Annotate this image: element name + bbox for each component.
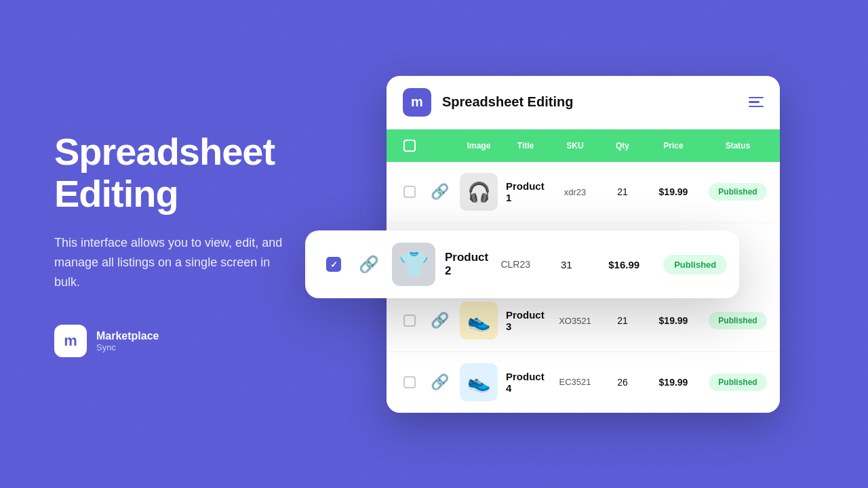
th-price: Price [643, 141, 704, 150]
floating-title-cell: Product 2 [441, 251, 488, 278]
brand-icon: m [54, 325, 87, 357]
row4-checkbox[interactable] [403, 376, 416, 388]
cell-checkbox[interactable] [395, 186, 425, 198]
floating-row: ✓ 🔗 👕 Product 2 CLR23 31 $16.99 [305, 230, 739, 298]
floating-image-cell: 👕 [387, 243, 441, 286]
cell-status: Published [704, 183, 772, 201]
brand-row: m Marketplace Sync [54, 325, 285, 357]
row2-checkbox[interactable]: ✓ [326, 257, 341, 272]
cell-image: 👟 [454, 302, 503, 340]
cell-link[interactable]: 🔗 [425, 373, 454, 391]
menu-line-1 [749, 97, 764, 99]
cell-qty: 21 [602, 186, 643, 197]
checkmark-icon: ✓ [330, 260, 338, 270]
right-panel: m Spreadsheet Editing Image Title SKU Qt [326, 49, 868, 440]
th-sku: SKU [548, 141, 602, 150]
cell-price: $19.99 [643, 377, 704, 388]
menu-line-2 [749, 101, 760, 103]
floating-link-cell[interactable]: 🔗 [351, 255, 387, 274]
floating-qty-cell: 31 [542, 259, 590, 270]
th-checkbox[interactable] [395, 140, 425, 152]
product-image-4: 👟 [460, 363, 498, 401]
page-wrapper: Spreadsheet Editing This interface allow… [0, 0, 868, 488]
table-row: 🔗 👟 Product 3 XO3521 21 $19.99 Published [387, 291, 780, 352]
cell-image: 👟 [454, 363, 503, 401]
status-badge: Published [709, 373, 766, 391]
cell-link[interactable]: 🔗 [425, 183, 454, 201]
cell-sku: XO3521 [548, 316, 602, 326]
header-title: Spreadsheet Editing [442, 94, 749, 110]
cell-status: Published [704, 312, 772, 329]
page-description: This interface allows you to view, edit,… [54, 233, 285, 291]
floating-link-icon[interactable]: 🔗 [359, 255, 379, 274]
cell-link[interactable]: 🔗 [425, 312, 454, 329]
product-image-3: 👟 [460, 302, 498, 340]
table-row: 🔗 👟 Product 4 EC3521 26 $19.99 Published [387, 352, 780, 413]
cell-checkbox[interactable] [395, 376, 425, 388]
cell-price: $19.99 [643, 315, 704, 326]
row3-checkbox[interactable] [403, 314, 416, 327]
header-checkbox[interactable] [403, 140, 416, 152]
floating-row-card: ✓ 🔗 👕 Product 2 CLR23 31 $16.99 [305, 230, 739, 298]
brand-name: Marketplace [96, 329, 159, 342]
header-logo: m [403, 88, 431, 117]
product-image-1: 🎧 [460, 173, 498, 211]
cell-qty: 21 [602, 315, 643, 326]
row1-checkbox[interactable] [403, 186, 416, 198]
table-row: 🔗 🎧 Product 1 xdr23 21 $19.99 Published [387, 162, 780, 223]
brand-icon-letter: m [64, 332, 77, 350]
link-icon[interactable]: 🔗 [431, 312, 449, 329]
floating-checkbox-cell[interactable]: ✓ [316, 257, 351, 272]
status-badge: Published [709, 312, 766, 329]
link-icon[interactable]: 🔗 [431, 183, 449, 201]
brand-text: Marketplace Sync [96, 329, 159, 352]
th-title: Title [503, 141, 548, 150]
header-logo-letter: m [411, 94, 423, 110]
cell-price: $19.99 [643, 186, 704, 197]
cell-checkbox[interactable] [395, 314, 425, 327]
floating-product-image: 👕 [392, 243, 435, 286]
menu-line-3 [749, 106, 764, 108]
page-title: Spreadsheet Editing [54, 131, 285, 214]
cell-title: Product 1 [503, 180, 548, 203]
floating-sku-cell: CLR23 [488, 259, 542, 270]
cell-qty: 26 [602, 377, 643, 388]
floating-status-badge: Published [663, 255, 727, 274]
brand-sub: Sync [96, 342, 159, 352]
cell-title: Product 3 [503, 309, 548, 332]
cell-title: Product 4 [503, 371, 548, 394]
th-qty: Qty [602, 141, 643, 150]
card-header: m Spreadsheet Editing [387, 76, 780, 129]
status-badge: Published [709, 183, 766, 201]
menu-icon[interactable] [749, 97, 764, 108]
left-panel: Spreadsheet Editing This interface allow… [0, 90, 326, 398]
floating-price-cell: $16.99 [590, 259, 658, 270]
table-header: Image Title SKU Qty Price Status [387, 129, 780, 162]
link-icon[interactable]: 🔗 [431, 373, 449, 391]
cell-sku: EC3521 [548, 377, 602, 387]
th-status: Status [704, 141, 772, 150]
cell-status: Published [704, 373, 772, 391]
th-image: Image [454, 141, 503, 150]
cell-sku: xdr23 [548, 187, 602, 197]
cell-image: 🎧 [454, 173, 503, 211]
floating-status-cell: Published [658, 255, 732, 274]
